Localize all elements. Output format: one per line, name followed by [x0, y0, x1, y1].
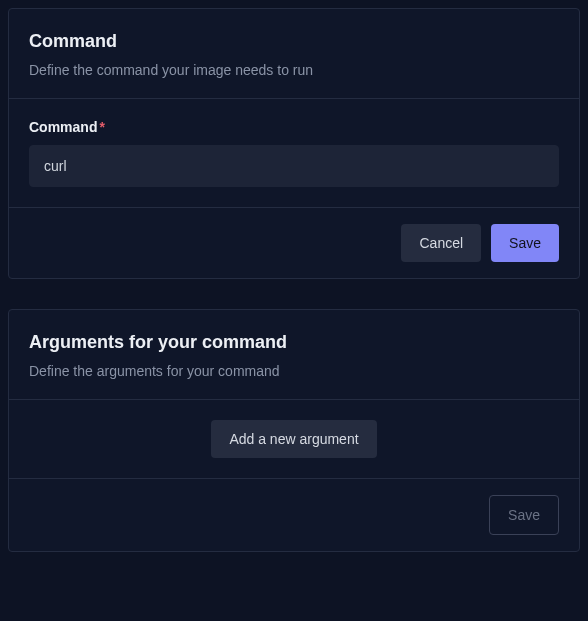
command-card-title: Command — [29, 31, 559, 52]
command-card-body: Command* — [9, 99, 579, 208]
arguments-card-title: Arguments for your command — [29, 332, 559, 353]
save-button[interactable]: Save — [491, 224, 559, 262]
arguments-card-body: Add a new argument — [9, 400, 579, 479]
save-arguments-button[interactable]: Save — [489, 495, 559, 535]
command-card: Command Define the command your image ne… — [8, 8, 580, 279]
arguments-card-footer: Save — [9, 479, 579, 551]
command-card-description: Define the command your image needs to r… — [29, 62, 559, 78]
command-card-footer: Cancel Save — [9, 208, 579, 278]
required-asterisk: * — [99, 119, 104, 135]
command-card-header: Command Define the command your image ne… — [9, 9, 579, 99]
arguments-card: Arguments for your command Define the ar… — [8, 309, 580, 552]
cancel-button[interactable]: Cancel — [401, 224, 481, 262]
arguments-card-header: Arguments for your command Define the ar… — [9, 310, 579, 400]
arguments-card-description: Define the arguments for your command — [29, 363, 559, 379]
command-field-label: Command* — [29, 119, 559, 135]
command-input[interactable] — [29, 145, 559, 187]
command-field-label-text: Command — [29, 119, 97, 135]
add-argument-button[interactable]: Add a new argument — [211, 420, 376, 458]
